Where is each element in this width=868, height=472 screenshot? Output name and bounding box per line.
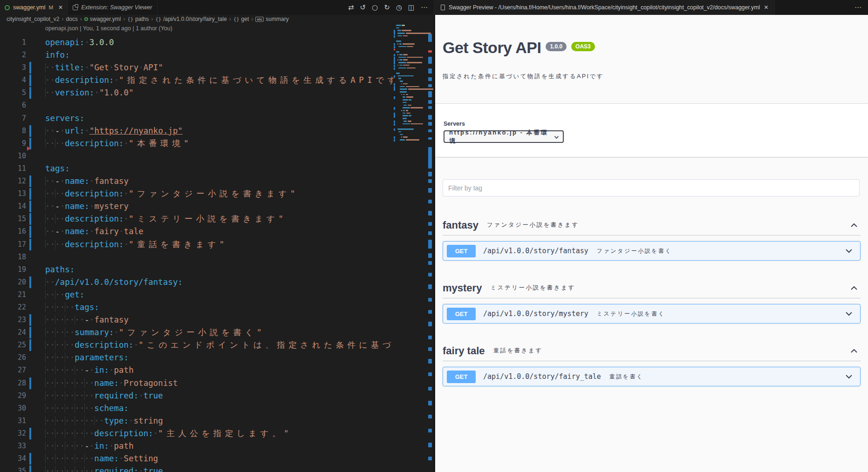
code-line[interactable]: 35··········required:·true [0,465,433,472]
tag-section: fairy tale童話を書きますGET/api/v1.0.0/story/fa… [443,341,861,386]
code-line[interactable]: 16··-·name:·fairy·tale [0,225,433,238]
compare-changes-icon[interactable]: ⇄ [348,3,354,12]
operation-row[interactable]: GET/api/v1.0.0/story/fairy_tale童話を書く [443,367,861,386]
code-text: ··-·name:·fantasy [45,175,129,188]
code-line[interactable]: 31············type:·string [0,415,433,427]
breadcrumb-item[interactable]: abcsummary [255,16,288,22]
code-line[interactable]: 30··········schema: [0,402,433,415]
code-line[interactable]: 25······description:·"このエンドポイントは、指定された条件… [0,339,433,351]
code-line[interactable]: 12··-·name:·fantasy [0,175,433,188]
tab-bar-spacer [157,0,342,15]
code-line[interactable]: 20··/api/v1.0.0/story/fantasy: [0,276,433,289]
codelens-annotation[interactable]: openapi.json | You, 1 second ago | 1 aut… [45,25,172,32]
breadcrumb-label: paths [135,16,149,22]
code-line[interactable]: 23········-·fantasy [0,314,433,326]
operation-row[interactable]: GET/api/v1.0.0/story/fantasyファンタジー小説を書く [443,241,861,261]
code-line[interactable]: 18 [0,251,433,263]
tag-section-header[interactable]: fantasyファンタジー小説を書きます [443,215,861,236]
tab-swagger-preview[interactable]: Swagger Preview - /Users/hina.f/Home/Use… [435,0,775,15]
ruler-change-mark [428,322,432,326]
run-preview-icon[interactable]: ◷ [396,3,402,12]
code-line[interactable]: 2info: [0,49,433,61]
minimap-line [397,65,399,66]
minimap-line [399,59,403,61]
code-line[interactable]: 1openapi:·3.0.0 [0,36,433,49]
code-line[interactable]: 5··version:·"1.0.0" [0,87,433,99]
code-line[interactable]: 13····description:·"ファンタジー小説を書きます" [0,188,433,200]
breadcrumb-item[interactable]: cityinsight_copilot_v2 [7,16,59,22]
code-line[interactable]: 8··-·url:·"https://nyanko.jp" [0,125,433,137]
code-line[interactable]: 14··-·name:·mystery [0,200,433,213]
code-line[interactable]: 27········-·in:·path [0,364,433,377]
ruler-change-mark [428,129,432,132]
nav-back-icon[interactable]: ↺ [360,3,366,12]
code-line[interactable]: 33········-·in:·path [0,440,433,452]
code-line[interactable]: 24······summary:·"ファンタジー小説を書く" [0,326,433,339]
close-icon[interactable]: ✕ [764,4,768,11]
line-number: 26 [0,351,26,364]
line-number: 22 [0,301,26,314]
minimap-line [398,131,401,133]
code-line[interactable]: 7servers: [0,112,433,125]
line-number: 30 [0,402,26,415]
code-line[interactable]: 28··········name:·Protagonist [0,377,433,390]
code-line[interactable]: 9····description:·"本番環境" [0,137,433,150]
nav-forward-icon[interactable]: ↻ [384,3,390,12]
code-text: ····description:·"ファンタジー小説を書きます" [45,188,299,200]
more-actions-icon[interactable]: ⋯ [421,3,428,12]
code-text: ··········name:·Protagonist [45,377,178,390]
minimap-line [401,94,403,95]
code-line[interactable]: 22······tags: [0,301,433,314]
minimap-line [396,51,399,53]
nav-circle-icon[interactable]: ○ [372,3,378,12]
minimap-line [397,54,399,55]
minimap-change-mark [394,30,395,32]
tab-swagger-yml[interactable]: swagger.yml M ✕ [0,0,68,15]
server-select[interactable]: https://nyanko.jp - 本番環境 [444,130,564,143]
code-line[interactable]: 29··········required:·true [0,390,433,402]
operation-path: /api/v1.0.0/story/fantasy [483,247,588,255]
breadcrumb-item[interactable]: docs [66,16,77,22]
minimap[interactable] [394,25,428,174]
split-editor-icon[interactable]: ◫ [408,3,415,12]
code-line[interactable]: 19paths: [0,263,433,276]
code-line[interactable]: 3··title:·"Get·Story·API" [0,61,433,74]
code-text: ··-·url:·"https://nyanko.jp" [45,125,183,137]
code-text: ··········name:·Setting [45,452,158,465]
tab-swagger-viewer-extension[interactable]: Extension: Swagger Viewer [68,0,157,15]
code-line[interactable]: 10 [0,150,433,162]
line-number: 8 [0,125,26,137]
overview-ruler[interactable] [428,23,432,472]
tag-section-header[interactable]: fairy tale童話を書きます [443,341,861,361]
close-icon[interactable]: ✕ [58,4,63,11]
breadcrumb-item[interactable]: {}paths [127,16,149,22]
operation-row[interactable]: GET/api/v1.0.0/story/mysteryミステリー小説を書く [443,304,861,324]
code-line[interactable]: 17····description:·"童話を書きます" [0,238,433,251]
breadcrumb-item[interactable]: swagger.yml [84,16,121,22]
minimap-change-mark [394,113,395,115]
git-modified-gutter [29,428,31,439]
minimap-change-mark [394,57,395,59]
code-line[interactable]: 26······parameters: [0,351,433,364]
code-line[interactable]: 34··········name:·Setting [0,452,433,465]
minimap-change-mark [394,62,395,64]
breadcrumb-item[interactable]: {}/api/v1.0.0/story/fairy_tale [155,16,226,22]
code-editor[interactable]: openapi.json | You, 1 second ago | 1 aut… [0,23,433,472]
minimap-change-mark [394,83,395,86]
more-actions-icon[interactable]: ⋯ [848,0,868,15]
yaml-file-icon [84,17,88,21]
code-line[interactable]: 4··description:·"指定された条件に基づいて物語を生成するAPIで… [0,74,433,87]
minimap-change-mark [394,75,395,78]
filter-by-tag-input[interactable] [443,179,860,196]
minimap-change-mark [394,139,395,142]
breadcrumb-item[interactable]: {}get [233,16,249,22]
code-line[interactable]: 32··········description:·"主人公を指定します。" [0,427,433,440]
breadcrumb-label: docs [66,16,77,22]
symbol-object-icon: {} [233,16,239,22]
code-line[interactable]: 6 [0,99,433,112]
code-line[interactable]: 21····get: [0,289,433,301]
tag-section-header[interactable]: mysteryミステリー小説を書きます [443,278,861,298]
code-line[interactable]: 11tags: [0,162,433,175]
code-line[interactable]: 15····description:·"ミステリー小説を書きます" [0,213,433,225]
tag-sections: fantasyファンタジー小説を書きますGET/api/v1.0.0/story… [443,215,861,404]
